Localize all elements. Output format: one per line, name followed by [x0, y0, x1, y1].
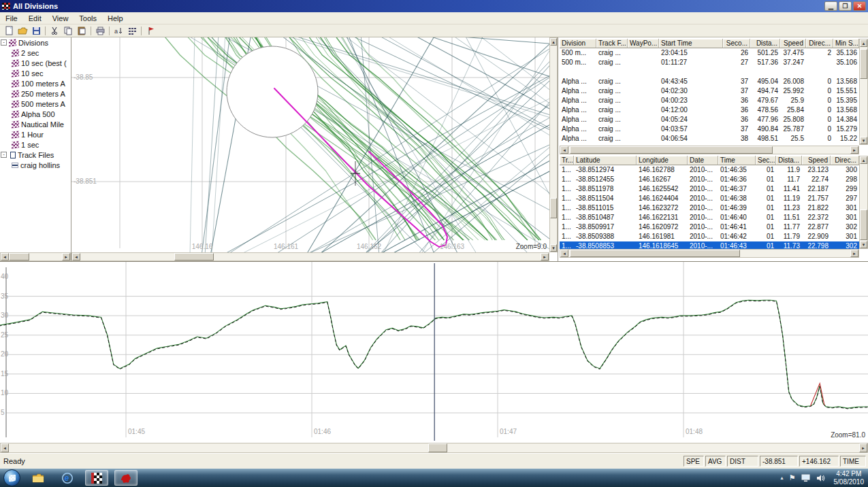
column-header[interactable]: Start Time — [659, 39, 723, 48]
tree-item-10-sec[interactable]: 10 sec — [0, 68, 71, 78]
column-header[interactable]: Sec... — [756, 156, 776, 165]
scroll-arrow-button[interactable]: ◂ — [1, 253, 9, 261]
scroll-arrow-button[interactable]: ▸ — [850, 146, 858, 154]
tree-expander-icon[interactable]: - — [1, 152, 7, 158]
tree-item-track-files[interactable]: -Track Files — [0, 150, 71, 160]
show-hidden-icons-button[interactable]: ▴ — [781, 475, 784, 481]
scrollbar-thumb[interactable] — [550, 198, 557, 218]
tree-item-2-sec[interactable]: 2 sec — [0, 48, 71, 58]
action-center-flag-icon[interactable]: ⚑ — [789, 473, 796, 482]
minimize-button[interactable]: ▁ — [824, 1, 837, 11]
track-point-table[interactable]: 1...-38.8512974146.1627882010-...01:46:3… — [560, 165, 859, 251]
table-row[interactable]: 1...-38.8511015146.16232722010-...01:46:… — [560, 203, 859, 213]
track-point-table-header[interactable]: Tr...LatitudeLongitudeDateTimeSec...Dist… — [560, 156, 859, 165]
column-header[interactable]: Min S... — [833, 39, 859, 48]
table-row[interactable]: 1...-38.8512455146.162672010-...01:46:36… — [560, 175, 859, 184]
table-row[interactable]: Alpha ...craig ...04:05:2436477.9625.808… — [560, 115, 859, 124]
column-header[interactable]: Seco... — [723, 39, 750, 48]
column-header[interactable]: Speed — [802, 156, 831, 165]
scroll-arrow-button[interactable]: ▾ — [550, 244, 557, 252]
tree-item-alpha-500[interactable]: Alpha 500 — [0, 109, 71, 119]
scrollbar-thumb[interactable] — [9, 253, 29, 261]
column-header[interactable]: Dista... — [750, 39, 780, 48]
column-header[interactable]: Speed — [780, 39, 806, 48]
scroll-arrow-button[interactable]: ▸ — [859, 443, 867, 452]
waypoint-table[interactable]: 500 m...craig ...23:04:1526501.2537.4752… — [560, 48, 859, 144]
tree-item-10-sec-best-[interactable]: 10 sec (best ( — [0, 58, 71, 68]
menu-file[interactable]: File — [0, 13, 23, 24]
column-header[interactable]: WayPo... — [628, 39, 659, 48]
right-panel-splitter[interactable] — [558, 37, 558, 262]
flag-marker-icon[interactable] — [144, 25, 157, 36]
column-header[interactable]: Longitude — [637, 156, 688, 165]
waypoint-table-header[interactable]: DivisionTrack F...WayPo...Start TimeSeco… — [560, 39, 859, 48]
copy-icon[interactable] — [61, 25, 75, 36]
column-header[interactable]: Latitude — [574, 156, 637, 165]
taskbar-clock[interactable]: 4:42 PM 5/08/2010 — [831, 470, 865, 486]
tree-item-100-meters-a[interactable]: 100 meters A — [0, 78, 71, 88]
scrollbar-thumb[interactable] — [428, 443, 447, 452]
chart-hscroll[interactable]: ◂▸ — [0, 443, 868, 453]
taskbar-folder-button[interactable] — [27, 470, 50, 486]
map-hscroll[interactable]: ◂▸ — [71, 252, 549, 261]
table-row[interactable] — [560, 67, 859, 77]
table-row[interactable]: Alpha ...craig ...04:43:4537495.0426.008… — [560, 77, 859, 86]
volume-icon[interactable] — [816, 474, 826, 482]
table-row[interactable]: 1...-38.8511978146.16255422010-...01:46:… — [560, 184, 859, 194]
scroll-arrow-button[interactable]: ▸ — [541, 253, 549, 261]
column-header[interactable]: Division — [560, 39, 596, 48]
column-header[interactable]: Dista... — [776, 156, 802, 165]
open-folder-icon[interactable] — [16, 25, 29, 36]
taskbar-browser-button[interactable]: e — [56, 470, 79, 486]
tree-expander-icon[interactable]: - — [1, 39, 7, 46]
waypoint-vscroll[interactable]: ▴▾ — [859, 39, 868, 145]
column-header[interactable]: Tr... — [560, 156, 574, 165]
tree-item-divisions[interactable]: -Divisions — [0, 37, 71, 48]
speed-chart[interactable]: 40353025201510501:4501:4601:4701:48Zoom=… — [0, 262, 868, 443]
table-row[interactable]: 1...-38.8509917146.16209722010-...01:46:… — [560, 222, 859, 232]
table-grid-icon[interactable] — [125, 25, 139, 36]
column-header[interactable]: Time — [718, 156, 756, 165]
tree-item-500-meters-a[interactable]: 500 meters A — [0, 99, 71, 109]
table-row[interactable]: Alpha ...craig ...04:12:0036478.5625.840… — [560, 105, 859, 115]
menu-edit[interactable]: Edit — [23, 13, 47, 24]
taskbar-tracker-app-button[interactable] — [114, 470, 138, 486]
print-icon[interactable] — [93, 25, 107, 36]
table-row[interactable]: 500 m...craig ...01:11:2727517.3637.2473… — [560, 58, 859, 67]
column-header[interactable]: Direc... — [831, 156, 859, 165]
column-header[interactable]: Date — [688, 156, 718, 165]
table-row[interactable]: Alpha ...craig ...04:00:2336479.6725.901… — [560, 96, 859, 105]
network-icon[interactable] — [801, 474, 811, 482]
restore-button[interactable]: ❐ — [839, 1, 852, 11]
scrollbar-thumb[interactable] — [174, 253, 214, 261]
close-button[interactable]: ✕ — [853, 1, 866, 11]
title-bar[interactable]: All Divisions ▁ ❐ ✕ — [0, 0, 868, 12]
menu-tools[interactable]: Tools — [74, 13, 102, 24]
table-row[interactable]: 1...-38.8509388146.1619812010-...01:46:4… — [560, 232, 859, 241]
new-file-icon[interactable] — [2, 25, 16, 36]
scroll-arrow-button[interactable]: ◂ — [560, 250, 568, 257]
paste-icon[interactable] — [75, 25, 89, 36]
scroll-arrow-button[interactable]: ▴ — [860, 39, 867, 47]
scrollbar-thumb[interactable] — [860, 209, 867, 240]
save-icon[interactable] — [29, 25, 43, 36]
table-row[interactable]: 1...-38.8510487146.16221312010-...01:46:… — [560, 213, 859, 222]
tree-item-craig-hollins[interactable]: craig hollins — [0, 160, 71, 170]
waypoint-hscroll[interactable]: ◂▸ — [560, 146, 859, 154]
table-row[interactable]: Alpha ...craig ...04:03:5737490.8425.787… — [560, 124, 859, 134]
scroll-arrow-button[interactable]: ◂ — [1, 443, 9, 452]
start-button[interactable] — [3, 469, 20, 486]
trackpoint-vscroll[interactable]: ▴▾ — [859, 156, 868, 249]
column-header[interactable]: Track F... — [596, 39, 628, 48]
taskbar-divisions-app-button[interactable] — [85, 470, 108, 486]
map-canvas[interactable]: -38.85-38.851146.16146.161146.162146.163… — [71, 37, 549, 252]
menu-help[interactable]: Help — [102, 13, 129, 24]
menu-view[interactable]: View — [47, 13, 74, 24]
column-header[interactable]: Direc... — [806, 39, 833, 48]
table-row[interactable]: 500 m...craig ...23:04:1526501.2537.4752… — [560, 48, 859, 58]
tree-item-1-sec[interactable]: 1 sec — [0, 139, 71, 150]
tree-hscroll[interactable]: ◂▸ — [0, 252, 71, 261]
division-tree[interactable]: -Divisions2 sec10 sec (best (10 sec100 m… — [0, 37, 71, 252]
scroll-arrow-button[interactable]: ▴ — [860, 156, 867, 164]
tree-item-250-meters-a[interactable]: 250 meters A — [0, 88, 71, 99]
